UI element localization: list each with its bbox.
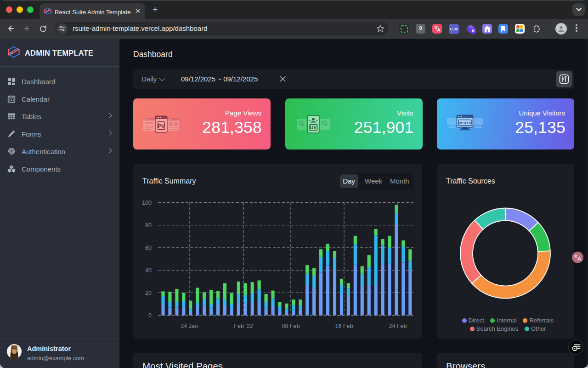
svg-text:PV: PV [158, 123, 165, 129]
svg-text:20: 20 [145, 289, 152, 296]
svg-text:08 Feb: 08 Feb [282, 323, 300, 329]
svg-text:16 Feb: 16 Feb [335, 323, 353, 329]
svg-text:40: 40 [145, 267, 152, 273]
svg-text:24 Jan: 24 Jan [181, 323, 198, 329]
svg-text:24 Feb: 24 Feb [389, 323, 407, 329]
svg-text:0: 0 [148, 312, 152, 318]
svg-text:VISITS: VISITS [458, 121, 471, 125]
svg-text:100: 100 [142, 199, 152, 206]
svg-text:60: 60 [145, 244, 152, 251]
svg-text:80: 80 [145, 222, 152, 228]
svg-text:UV: UV [310, 125, 317, 130]
svg-text:Feb '22: Feb '22 [234, 323, 253, 329]
